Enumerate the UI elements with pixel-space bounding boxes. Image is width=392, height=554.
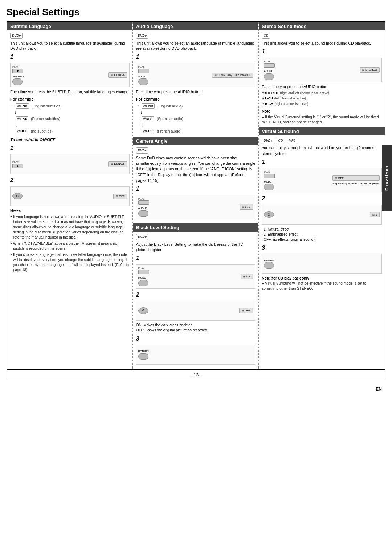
subtitle-step1-num: 1 (10, 53, 130, 61)
subtitle-language-title: Subtitle Language (10, 24, 51, 29)
dvd-badge-audio: DVDV (136, 33, 148, 39)
surround-step2-diagram: ⊙ ⊞ 1 (262, 205, 382, 225)
page-number-bar: – 13 – (7, 370, 385, 380)
surround-intro: You can enjoy stereophonic virtual world… (262, 145, 382, 156)
audio-example-row-3: → ⊞FRE (French audio) (136, 129, 256, 134)
stereo-intro: This unit allows you to select a sound m… (262, 41, 382, 46)
audio-language-header: Audio Language (133, 22, 258, 30)
black-step1-diagram: PLAY MODE ⊞ ON (136, 264, 256, 289)
black-step2-block: 2 ⊙ ⊟ OFF (136, 291, 256, 321)
audio-press-text: Each time you press the AUDIO button; (136, 89, 256, 95)
subtitle-desc-fre: (French subtitles) (31, 116, 60, 122)
camera-step1-block: 1 PLAY ANGLE ⊞ (136, 185, 256, 219)
mp3-badge-surround: MP3 (287, 138, 298, 144)
audio-examples: → ⊞ENG (English audio) ↓ → ⊞SPA (136, 103, 256, 134)
black-level-content: DVDV Adjust the Black Level Setting to m… (133, 232, 258, 369)
surround-note-cd-title: Note (for CD play back only) (262, 276, 382, 281)
stereo-note-text: ● If the Virtual Surround setting is "1"… (262, 115, 382, 125)
subtitle-example-row-3: → ⊟OFF (no subtitles) (10, 129, 130, 134)
dvd-badge-surround: DVDV (262, 138, 274, 144)
subtitle-code-off: ⊟OFF (16, 129, 28, 134)
audio-step1-diagram: PLAY AUDIO ⊞ 1.ENG Dolby D 3/2.1ch 48k/3 (136, 63, 256, 87)
stereo-step1-num: 1 (262, 48, 382, 56)
effect-off: OFF: no effects (original sound) (264, 237, 382, 242)
surround-step3-block: 3 RETURN (262, 244, 382, 274)
stereo-sound-title: Stereo Sound mode (262, 24, 306, 29)
dvd-badge-subtitle: DVDV (10, 33, 23, 39)
audio-desc-eng: (English audio) (157, 103, 183, 109)
col-audio-language: Audio Language DVDV This unit allows you… (133, 22, 259, 369)
surround-step1-num: 1 (262, 158, 382, 166)
subtitle-step2-block: 2 ⊙ ⊟ OFF (10, 176, 130, 206)
camera-text: Some DVD discs may contain scenes which … (136, 155, 256, 184)
subtitle-step-on-block: 1 PLAY ▶ ⊞ 1.ENG/6 (10, 144, 130, 174)
surround-step2-num: 2 (262, 195, 382, 203)
subtitle-examples: → ⊞ENG (English subtitles) ↓ → ⊟FRE (10, 103, 130, 134)
audio-language-content: DVDV This unit allows you to select an a… (133, 30, 258, 137)
black-step1-block: 1 PLAY MODE ⊞ (136, 254, 256, 288)
subtitle-step1-diagram: PLAY ▶ SUBTITLE ⊞ 1.ENG/6 (10, 63, 130, 87)
subtitle-code-fre: ⊟FRE (16, 116, 28, 122)
black-step3-block: 3 RETURN (136, 335, 256, 364)
black-step2-diagram: ⊙ ⊟ OFF (136, 301, 256, 321)
dvd-badge-camera: DVDV (136, 147, 148, 154)
en-badge: EN (376, 387, 382, 392)
subtitle-language-content: DVDV This unit allows you to select a su… (7, 30, 132, 276)
subtitle-intro: This unit allows you to select a subtitl… (10, 41, 130, 51)
cd-badge-stereo: CD (262, 33, 270, 39)
black-on-text: ON: Makes the dark areas brighter. (136, 323, 256, 328)
audio-step1-screen: ⊞ 1.ENG Dolby D 3/2.1ch 48k/3 (212, 73, 253, 78)
stereo-row-rch: ⊞R-CH (right channel is active) (262, 102, 308, 106)
subtitle-step2-num: 2 (10, 176, 130, 184)
stereo-note: Note ● If the Virtual Surround setting i… (262, 109, 382, 125)
subtitle-example-row-1: → ⊞ENG (English subtitles) (10, 103, 130, 109)
surround-step2-screen: ⊞ 1 (370, 212, 380, 217)
col-stereo-surround: Stereo Sound mode CD This unit allows yo… (259, 22, 385, 369)
stereo-modes: ⊞STEREO (right and left channels are act… (262, 90, 382, 106)
subtitle-onoff-title: To set subtitle ON/OFF (10, 137, 130, 143)
surround-step3-num: 3 (262, 244, 382, 252)
camera-angle-header: Camera Angle (133, 137, 258, 145)
black-step2-num: 2 (136, 291, 256, 299)
audio-code-fre: ⊞FRE (142, 129, 154, 134)
subtitle-press-text: Each time you press the SUBTITLE button,… (10, 89, 130, 95)
subtitle-step1-screen: ⊞ 1.ENG/6 (108, 72, 127, 78)
subtitle-code-eng: ⊞ENG (16, 103, 29, 109)
surround-note-cd-text: ● Virtual Surround will not be effective… (262, 281, 382, 291)
page-title: Special Settings (7, 7, 385, 18)
audio-intro: This unit allows you to select an audio … (136, 41, 256, 51)
note-3: If you choose a language that has three-… (10, 252, 130, 273)
audio-desc-fre: (French audio) (157, 129, 181, 134)
subtitle-example-row-2: → ⊟FRE (French subtitles) (10, 116, 130, 121)
surround-effects: 1: Natural effect 2: Emphasized effect O… (264, 227, 382, 242)
stereo-row-lch: ⊞L-CH (left channel is active) (262, 96, 306, 101)
col-subtitle-language: Subtitle Language DVDV This unit allows … (7, 22, 133, 369)
camera-step1-diagram: PLAY ANGLE ⊞ 1 / 8 (136, 195, 256, 219)
black-step1-num: 1 (136, 254, 256, 262)
audio-step1-block: 1 PLAY AUDIO ⊞ (136, 53, 256, 87)
surround-note-cd: Note (for CD play back only) ● Virtual S… (262, 276, 382, 291)
surround-step3-diagram: RETURN (262, 254, 382, 274)
audio-step1-num: 1 (136, 53, 256, 61)
black-step3-num: 3 (136, 335, 256, 343)
black-step2-screen: ⊟ OFF (239, 308, 253, 313)
surround-step1-diagram: PLAY MODE ⊟ OFF (262, 168, 382, 192)
dvd-badge-black: DVDV (136, 234, 148, 240)
virtual-surround-content: DVDV CD MP3 You can enjoy stereophonic v… (259, 135, 385, 293)
camera-step1-num: 1 (136, 185, 256, 193)
audio-for-example: For example (136, 97, 256, 102)
surround-step1-note: xrepeatedly until this screen appears (332, 182, 380, 186)
virtual-surround-title: Virtual Surround (262, 129, 299, 134)
cd-badge-surround: CD (277, 138, 285, 144)
audio-language-title: Audio Language (136, 24, 173, 29)
subtitle-for-example: For example (10, 97, 130, 102)
play-remote-sub1: PLAY ▶ SUBTITLE (12, 65, 24, 85)
subtitle-step1-block: 1 PLAY ▶ SUBTITLE (10, 53, 130, 87)
subtitle-desc-off: (no subtitles) (31, 129, 53, 134)
stereo-row-stereo: ⊞STEREO (right and left channels are act… (262, 91, 329, 95)
camera-angle-title: Camera Angle (136, 138, 168, 144)
effect-1: 1: Natural effect (264, 227, 382, 232)
camera-step1-screen: ⊞ 1 / 8 (240, 204, 253, 209)
audio-code-eng: ⊞ENG (142, 103, 155, 109)
subtitle-notes: Notes If your language is not shown afte… (10, 208, 130, 273)
